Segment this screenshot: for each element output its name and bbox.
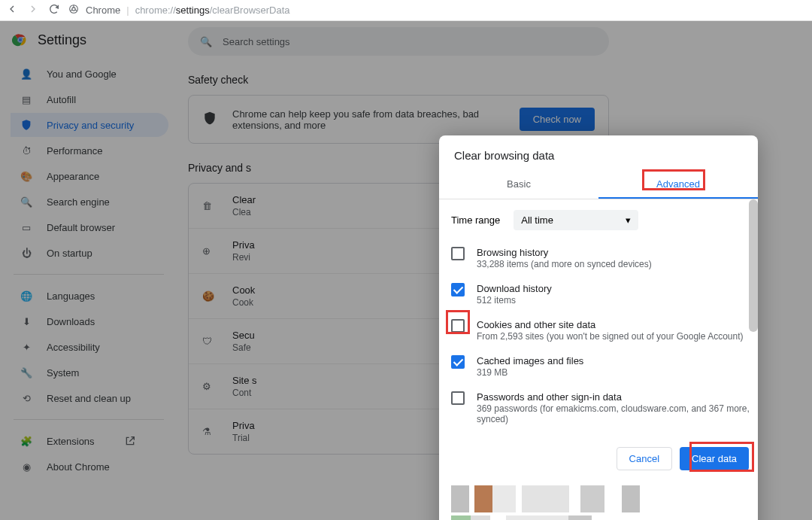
- url-host: settings: [176, 5, 210, 16]
- highlight-clear-data: [689, 442, 754, 472]
- blurred-account-row: [451, 485, 746, 512]
- browser-toolbar: Chrome | chrome://settings/clearBrowserD…: [0, 0, 812, 21]
- item-sub: From 2,593 sites (you won't be signed ou…: [477, 331, 744, 342]
- item-title: Cached images and files: [477, 355, 583, 366]
- item-title: Cookies and other site data: [477, 319, 744, 330]
- item-sub: 319 MB: [477, 367, 583, 378]
- chevron-down-icon: ▾: [626, 214, 631, 226]
- highlight-cookies-checkbox: [446, 310, 470, 334]
- checkbox-cache[interactable]: [451, 355, 465, 369]
- svg-point-1: [72, 8, 75, 11]
- product-label: Chrome: [86, 5, 120, 16]
- highlight-advanced-tab: [642, 169, 705, 190]
- checkbox-browsing-history[interactable]: [451, 247, 465, 260]
- item-sub: 33,288 items (and more on synced devices…: [477, 259, 652, 269]
- forward-icon[interactable]: [27, 3, 39, 17]
- time-range-select[interactable]: All time ▾: [514, 210, 638, 230]
- checkbox-download-history[interactable]: [451, 283, 465, 296]
- url-path: /clearBrowserData: [210, 5, 290, 16]
- reload-icon[interactable]: [48, 3, 60, 17]
- back-icon[interactable]: [6, 3, 18, 17]
- time-range-label: Time range: [451, 214, 500, 226]
- time-range-value: All time: [521, 214, 553, 226]
- clear-browsing-data-dialog: Clear browsing data Basic Advanced Time …: [439, 135, 758, 520]
- checkbox-passwords[interactable]: [451, 391, 465, 405]
- item-sub: 512 items: [477, 295, 552, 306]
- tab-basic[interactable]: Basic: [439, 172, 598, 199]
- dialog-tabbar: Basic Advanced: [439, 172, 758, 199]
- dialog-body: Time range All time ▾ Browsing history33…: [439, 199, 758, 439]
- dialog-title: Clear browsing data: [439, 135, 758, 172]
- cancel-button[interactable]: Cancel: [617, 447, 672, 470]
- dialog-scrollbar[interactable]: [749, 199, 758, 332]
- url-scheme: chrome://: [135, 5, 176, 16]
- url-divider: |: [126, 5, 129, 16]
- item-title: Download history: [477, 283, 552, 294]
- address-bar[interactable]: Chrome | chrome://settings/clearBrowserD…: [68, 3, 807, 17]
- blurred-account-row-2: [451, 515, 647, 520]
- chrome-page-icon: [68, 3, 80, 17]
- item-title: Passwords and other sign-in data: [477, 391, 750, 403]
- item-title: Browsing history: [477, 247, 652, 258]
- item-sub: 369 passwords (for emakicms.com, cloudsw…: [477, 403, 750, 424]
